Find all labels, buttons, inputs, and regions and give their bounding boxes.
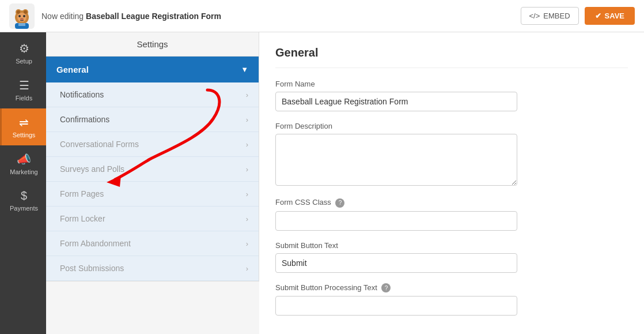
menu-item-form-abandonment[interactable]: Form Abandonment ›: [46, 231, 259, 256]
marketing-icon: 📣: [17, 152, 31, 166]
form-group-processing-text: Submit Button Processing Text ?: [275, 283, 628, 316]
logo-icon: [9, 3, 35, 29]
form-group-form-description: Form Description: [275, 122, 628, 187]
sidebar-item-setup[interactable]: ⚙ Setup: [0, 35, 46, 72]
check-icon: ✔: [595, 12, 601, 20]
chevron-right-icon: ›: [246, 215, 248, 223]
fields-icon: ☰: [19, 78, 29, 92]
menu-item-conversational-forms[interactable]: Conversational Forms ›: [46, 132, 259, 157]
sidebar-item-payments[interactable]: $ Payments: [0, 182, 46, 219]
sidebar-item-marketing[interactable]: 📣 Marketing: [0, 145, 46, 182]
processing-text-help-icon[interactable]: ?: [381, 283, 391, 292]
sidebar-item-fields[interactable]: ☰ Fields: [0, 72, 46, 108]
top-bar-actions: </> EMBED ✔ SAVE: [521, 7, 635, 25]
chevron-right-icon: ›: [246, 264, 248, 273]
form-group-css-class: Form CSS Class ?: [275, 198, 628, 231]
payments-icon: $: [21, 189, 27, 202]
main-content: General Form Name Form Description Form …: [259, 32, 644, 334]
svg-point-7: [18, 15, 21, 17]
menu-item-form-pages[interactable]: Form Pages ›: [46, 182, 259, 207]
embed-icon: </>: [529, 12, 540, 20]
chevron-down-icon: ▼: [241, 65, 248, 74]
settings-menu-wrapper: Settings General ▼ Notifications › Confi…: [46, 32, 259, 334]
menu-item-surveys-and-polls[interactable]: Surveys and Polls ›: [46, 157, 259, 182]
svg-rect-11: [18, 23, 25, 26]
form-name-title: Baseball League Registration Form: [86, 12, 221, 21]
settings-icon: ⇌: [19, 115, 29, 129]
editing-label: Now editing Baseball League Registration…: [41, 12, 221, 21]
icon-sidebar: ⚙ Setup ☰ Fields ⇌ Settings 📣 Marketing …: [0, 32, 46, 334]
setup-icon: ⚙: [19, 42, 29, 55]
chevron-right-icon: ›: [246, 115, 248, 124]
embed-button[interactable]: </> EMBED: [521, 7, 579, 25]
chevron-right-icon: ›: [246, 91, 248, 99]
svg-point-8: [23, 15, 25, 17]
submit-processing-text-label: Submit Button Processing Text ?: [275, 283, 628, 293]
chevron-right-icon: ›: [246, 239, 248, 248]
main-layout: ⚙ Setup ☰ Fields ⇌ Settings 📣 Marketing …: [0, 32, 644, 334]
form-name-label: Form Name: [275, 80, 628, 88]
settings-menu-header: Settings: [46, 32, 259, 57]
form-group-submit-text: Submit Button Text: [275, 241, 628, 273]
menu-item-confirmations[interactable]: Confirmations ›: [46, 107, 259, 132]
submit-button-text-input[interactable]: [275, 253, 517, 273]
save-button[interactable]: ✔ SAVE: [585, 7, 635, 25]
chevron-right-icon: ›: [246, 140, 248, 149]
page-title: General: [275, 46, 628, 68]
form-name-input[interactable]: [275, 92, 517, 111]
menu-section-general: General ▼ Notifications › Confirmations …: [46, 57, 259, 282]
svg-point-9: [20, 18, 24, 20]
submit-processing-text-input[interactable]: [275, 296, 517, 316]
top-bar-left: Now editing Baseball League Registration…: [9, 3, 221, 29]
form-description-input[interactable]: [275, 134, 517, 186]
top-bar: Now editing Baseball League Registration…: [0, 0, 644, 32]
chevron-right-icon: ›: [246, 190, 248, 198]
submit-button-text-label: Submit Button Text: [275, 241, 628, 250]
form-description-label: Form Description: [275, 122, 628, 130]
settings-menu: Settings General ▼ Notifications › Confi…: [46, 32, 259, 282]
form-css-class-input[interactable]: [275, 211, 517, 231]
css-class-help-icon[interactable]: ?: [335, 198, 344, 208]
menu-item-notifications[interactable]: Notifications ›: [46, 82, 259, 107]
general-section-header[interactable]: General ▼: [46, 57, 259, 82]
menu-item-post-submissions[interactable]: Post Submissions ›: [46, 256, 259, 281]
chevron-right-icon: ›: [246, 165, 248, 174]
menu-item-form-locker[interactable]: Form Locker ›: [46, 207, 259, 231]
form-css-class-label: Form CSS Class ?: [275, 198, 628, 208]
form-group-form-name: Form Name: [275, 80, 628, 111]
sidebar-item-settings[interactable]: ⇌ Settings: [0, 108, 46, 145]
